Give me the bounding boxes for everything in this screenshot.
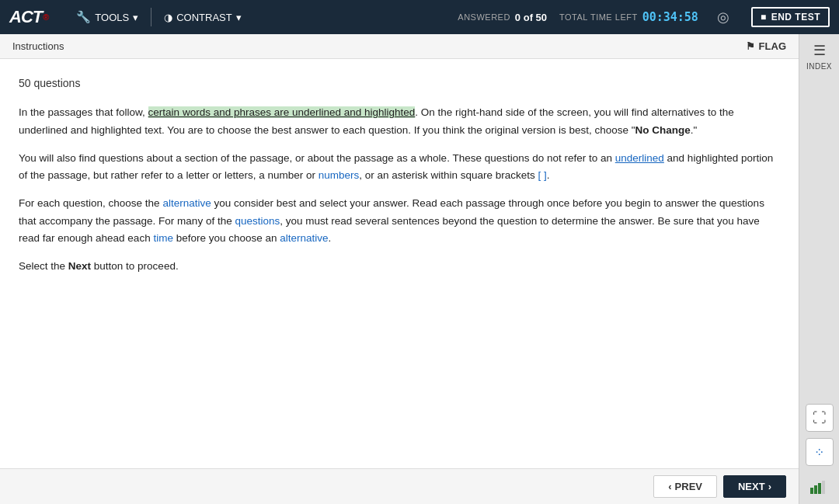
- logo-text: ACT: [9, 7, 42, 27]
- flag-button[interactable]: ⚑ FLAG: [746, 40, 786, 52]
- header-stats: ANSWERED 0 of 50 TOTAL TIME LEFT 00:34:5…: [458, 5, 736, 29]
- instruction-para-3: For each question, choose the alternativ…: [19, 195, 780, 247]
- answered-label: ANSWERED: [458, 12, 510, 22]
- questions-ref: questions: [235, 215, 280, 227]
- numbers-ref: numbers: [319, 169, 360, 181]
- sidebar-index-button[interactable]: ☰ INDEX: [806, 34, 832, 78]
- next-icon: ›: [768, 481, 771, 492]
- dots-icon: ⁘: [814, 445, 824, 460]
- instruction-para-2: You will also find questions about a sec…: [19, 150, 780, 185]
- act-logo: ACT®: [9, 7, 48, 27]
- flag-label: FLAG: [759, 40, 786, 52]
- sub-header: Instructions ⚑ FLAG: [0, 34, 799, 59]
- contrast-button[interactable]: ◑ CONTRAST: [158, 9, 248, 26]
- svg-rect-0: [810, 488, 813, 494]
- end-test-label: END TEST: [771, 12, 820, 23]
- alternative-ref: alternative: [162, 197, 211, 209]
- prev-button[interactable]: ‹ PREV: [653, 475, 717, 498]
- logo-sup: ®: [43, 12, 48, 22]
- instruction-para-1: In the passages that follow, certain wor…: [19, 104, 780, 139]
- timer-stat: TOTAL TIME LEFT 00:34:58: [559, 10, 698, 24]
- eye-toggle-button[interactable]: ◎: [711, 5, 736, 29]
- menu-icon: ☰: [813, 42, 826, 59]
- time-ref: time: [153, 232, 173, 244]
- time-left-label: TOTAL TIME LEFT: [559, 12, 638, 22]
- tools-button[interactable]: 🔧 TOOLS: [70, 7, 144, 27]
- flag-icon: ⚑: [746, 40, 755, 52]
- stop-icon: ■: [761, 12, 767, 23]
- instructions-label: Instructions: [12, 40, 64, 52]
- header-nav: 🔧 TOOLS ◑ CONTRAST: [70, 7, 247, 27]
- bottom-bar: ‹ PREV NEXT ›: [0, 468, 799, 504]
- header: ACT® 🔧 TOOLS ◑ CONTRAST ANSWERED 0 of 50…: [0, 0, 839, 34]
- highlighted-phrase: certain words and phrases are underlined…: [148, 106, 416, 118]
- timer-value: 00:34:58: [642, 10, 698, 24]
- svg-rect-1: [814, 485, 817, 494]
- index-label: INDEX: [806, 62, 832, 71]
- prev-label: PREV: [675, 481, 702, 492]
- next-button[interactable]: NEXT ›: [723, 475, 786, 498]
- expand-icon: ⛶: [813, 410, 827, 426]
- signal-icon: [804, 474, 835, 504]
- no-change-text: No Change: [635, 124, 691, 136]
- underline-ref: underlined: [615, 152, 664, 164]
- right-sidebar: ☰ INDEX ⛶ ⁘: [799, 34, 839, 504]
- questions-count: 50 questions: [19, 75, 780, 92]
- svg-rect-2: [818, 483, 821, 494]
- answered-value: 0 of 50: [515, 12, 547, 23]
- alternative-ref2: alternative: [280, 232, 328, 244]
- content-area: Instructions ⚑ FLAG 50 questions In the …: [0, 34, 799, 504]
- header-divider: [151, 8, 151, 26]
- next-bold: Next: [68, 260, 91, 272]
- contrast-label: CONTRAST: [176, 12, 232, 23]
- tools-icon: 🔧: [76, 10, 91, 24]
- text-content: 50 questions In the passages that follow…: [0, 59, 799, 468]
- sidebar-tools: ⛶ ⁘: [806, 396, 834, 474]
- svg-rect-3: [822, 481, 825, 494]
- main-container: Instructions ⚑ FLAG 50 questions In the …: [0, 34, 839, 504]
- contrast-icon: ◑: [164, 12, 172, 23]
- contrast-chevron-icon: [236, 12, 242, 23]
- tools-chevron-icon: [133, 12, 138, 23]
- prev-icon: ‹: [668, 481, 671, 492]
- expand-tool-button[interactable]: ⛶: [806, 404, 834, 432]
- next-label: NEXT: [738, 481, 765, 492]
- end-test-button[interactable]: ■ END TEST: [751, 7, 830, 27]
- dots-tool-button[interactable]: ⁘: [806, 438, 834, 466]
- brackets-ref: [ ]: [538, 169, 547, 181]
- answered-stat: ANSWERED 0 of 50: [458, 12, 547, 23]
- tools-label: TOOLS: [95, 12, 129, 23]
- instruction-para-4: Select the Next button to proceed.: [19, 258, 780, 275]
